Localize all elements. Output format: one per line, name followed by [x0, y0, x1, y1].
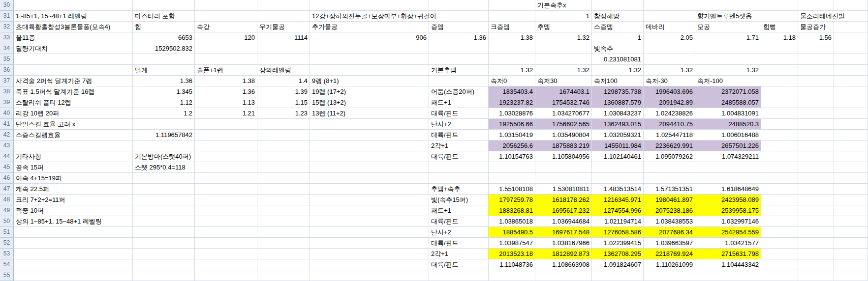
cell-C38[interactable]: 1.36	[195, 86, 257, 97]
cell-N34[interactable]	[834, 43, 868, 54]
cell-C40[interactable]: 1.21	[195, 108, 257, 119]
cell-G39[interactable]: 1923237.82	[489, 97, 535, 108]
cell-N37[interactable]	[834, 76, 868, 86]
cell-I34[interactable]: 빛속추	[592, 43, 644, 54]
cell-D44[interactable]	[257, 151, 310, 162]
cell-G37[interactable]: 속저0	[489, 76, 535, 86]
cell-H42[interactable]: 1.035490804	[535, 130, 592, 140]
cell-B53[interactable]	[133, 249, 195, 259]
cell-H49[interactable]: 1695617.232	[535, 205, 592, 216]
cell-E38[interactable]: 19렙 (17+2)	[310, 86, 429, 97]
cell-I52[interactable]: 1.022399415	[592, 238, 644, 249]
cell-K46[interactable]	[695, 173, 761, 184]
cell-H44[interactable]: 1.105804956	[535, 151, 592, 162]
cell-M37[interactable]	[798, 76, 834, 86]
cell-I51[interactable]: 1276058.586	[592, 227, 644, 238]
cell-M47[interactable]	[798, 184, 834, 195]
cell-C30[interactable]	[195, 0, 257, 11]
cell-E30[interactable]	[310, 0, 429, 11]
cell-M40[interactable]	[798, 108, 834, 119]
cell-K35[interactable]	[695, 54, 761, 65]
cell-C41[interactable]	[195, 119, 257, 130]
cell-L39[interactable]	[761, 97, 798, 108]
cell-C49[interactable]	[195, 205, 257, 216]
cell-D36[interactable]: 상의레벨링	[257, 65, 310, 76]
cell-F49[interactable]: 패드+1	[429, 205, 489, 216]
cell-L47[interactable]	[761, 184, 798, 195]
cell-G51[interactable]: 1885490.5	[489, 227, 535, 238]
cell-D53[interactable]	[257, 249, 310, 259]
row-header-44[interactable]: 44	[0, 151, 14, 162]
cell-C53[interactable]	[195, 249, 257, 259]
cell-F52[interactable]: 대륙/핀드	[429, 238, 489, 249]
cell-E40[interactable]: 13렙 (11+2)	[310, 108, 429, 119]
cell-E31[interactable]: 12강+상하의진누골+보장마부+휘장+귀걸이	[310, 11, 429, 22]
cell-I42[interactable]: 1.032059321	[592, 130, 644, 140]
cell-C37[interactable]: 1.38	[195, 76, 257, 86]
cell-B49[interactable]	[133, 205, 195, 216]
cell-D50[interactable]	[257, 216, 310, 227]
cell-N42[interactable]	[834, 130, 868, 140]
cell-M55[interactable]	[798, 270, 834, 281]
row-header-35[interactable]: 35	[0, 54, 14, 65]
cell-E47[interactable]	[310, 184, 429, 195]
cell-D54[interactable]	[257, 259, 310, 270]
cell-F55[interactable]	[429, 270, 489, 281]
cell-B35[interactable]	[133, 54, 195, 65]
cell-B36[interactable]: 달계	[133, 65, 195, 76]
cell-A35[interactable]	[14, 54, 133, 65]
cell-M44[interactable]	[798, 151, 834, 162]
cell-H39[interactable]: 1754532.746	[535, 97, 592, 108]
cell-J32[interactable]: 데바리	[644, 22, 695, 32]
cell-C33[interactable]: 120	[195, 32, 257, 43]
cell-I39[interactable]: 1360887.579	[592, 97, 644, 108]
cell-B45[interactable]: 스탯 295*0.4=118	[133, 162, 195, 173]
cell-M43[interactable]	[798, 140, 834, 151]
cell-L42[interactable]	[761, 130, 798, 140]
cell-D32[interactable]: 무기물공	[257, 22, 310, 32]
cell-B40[interactable]: 1.2	[133, 108, 195, 119]
cell-B39[interactable]: 1.12	[133, 97, 195, 108]
cell-B46[interactable]	[133, 173, 195, 184]
row-header-54[interactable]: 54	[0, 259, 14, 270]
cell-B51[interactable]	[133, 227, 195, 238]
cell-M38[interactable]	[798, 86, 834, 97]
cell-L55[interactable]	[761, 270, 798, 281]
cell-I32[interactable]: 스증뎀	[592, 22, 644, 32]
cell-L36[interactable]	[761, 65, 798, 76]
cell-A36[interactable]	[14, 65, 133, 76]
cell-L54[interactable]	[761, 259, 798, 270]
cell-G38[interactable]: 1835403.4	[489, 86, 535, 97]
cell-L45[interactable]	[761, 162, 798, 173]
cell-I38[interactable]: 1298735.738	[592, 86, 644, 97]
cell-L30[interactable]	[761, 0, 798, 11]
cell-D31[interactable]	[257, 11, 310, 22]
cell-N32[interactable]	[834, 22, 868, 32]
cell-M41[interactable]	[798, 119, 834, 130]
cell-I31[interactable]: 창성해방	[592, 11, 644, 22]
cell-F47[interactable]: 추뎀+속추	[429, 184, 489, 195]
cell-G54[interactable]: 1.11048736	[489, 259, 535, 270]
cell-B55[interactable]	[133, 270, 195, 281]
cell-F45[interactable]	[429, 162, 489, 173]
cell-K36[interactable]: 1.32	[695, 65, 761, 76]
cell-M35[interactable]	[798, 54, 834, 65]
cell-G52[interactable]: 1.03987547	[489, 238, 535, 249]
cell-K34[interactable]	[695, 43, 761, 54]
cell-B38[interactable]: 1.345	[133, 86, 195, 97]
cell-F30[interactable]	[429, 0, 489, 11]
cell-A41[interactable]: 단일스킬 효율 고려 x	[14, 119, 133, 130]
cell-C55[interactable]	[195, 270, 257, 281]
cell-D51[interactable]	[257, 227, 310, 238]
cell-J38[interactable]: 1996403.696	[644, 86, 695, 97]
cell-N49[interactable]	[834, 205, 868, 216]
row-header-46[interactable]: 46	[0, 173, 14, 184]
cell-G48[interactable]: 1797259.78	[489, 195, 535, 205]
cell-M45[interactable]	[798, 162, 834, 173]
cell-H52[interactable]: 1.038167966	[535, 238, 592, 249]
cell-G43[interactable]: 2056256.6	[489, 140, 535, 151]
cell-C52[interactable]	[195, 238, 257, 249]
cell-J45[interactable]	[644, 162, 695, 173]
cell-N33[interactable]	[834, 32, 868, 43]
row-header-52[interactable]: 52	[0, 238, 14, 249]
